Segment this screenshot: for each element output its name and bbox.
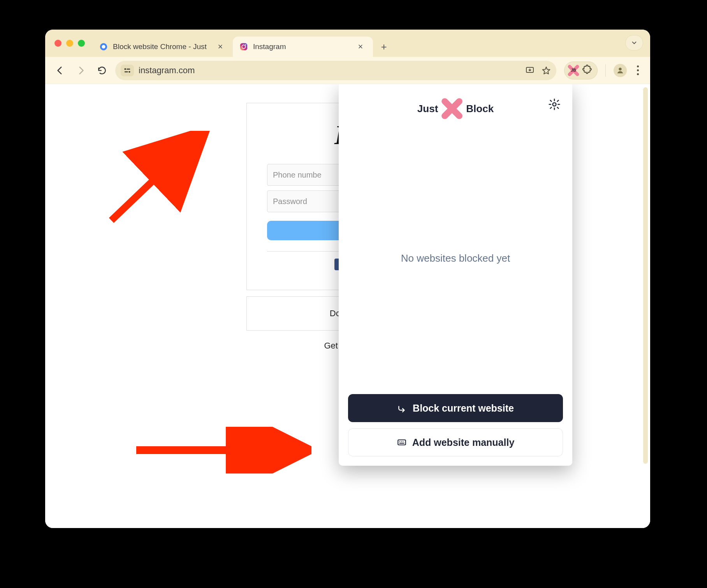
password-placeholder: Password — [273, 197, 307, 206]
keyboard-icon — [397, 437, 407, 447]
vertical-scrollbar[interactable] — [642, 87, 649, 525]
svg-point-5 — [124, 68, 126, 70]
svg-rect-8 — [125, 71, 128, 72]
profile-button[interactable] — [614, 64, 627, 77]
instagram-favicon-icon — [239, 42, 248, 51]
settings-button[interactable] — [548, 98, 561, 111]
arrow-left-icon — [55, 65, 65, 76]
back-button[interactable] — [52, 63, 68, 78]
titlebar: Block website Chrome - Just × Instagram … — [45, 30, 650, 57]
logo-right: Block — [466, 103, 494, 115]
toolbar: instagram.com JB — [45, 57, 650, 84]
tab-title: Block website Chrome - Just — [113, 42, 211, 51]
add-manual-button[interactable]: Add website manually — [348, 428, 563, 456]
reload-button[interactable] — [94, 63, 110, 78]
browser-window: Block website Chrome - Just × Instagram … — [45, 30, 650, 528]
block-current-label: Block current website — [413, 403, 514, 414]
extensions-icon[interactable] — [582, 65, 594, 76]
annotation-arrow-url — [96, 131, 220, 232]
popup-header: Just Block — [348, 95, 563, 122]
justblock-x-icon — [441, 98, 463, 120]
block-current-button[interactable]: Block current website — [348, 394, 563, 422]
divider — [605, 64, 606, 77]
close-tab-icon[interactable]: × — [216, 42, 225, 52]
svg-point-11 — [553, 103, 556, 106]
gear-icon — [548, 98, 561, 111]
minimize-window-icon[interactable] — [66, 40, 73, 47]
svg-point-10 — [619, 67, 621, 70]
tab-strip: Block website Chrome - Just × Instagram … — [93, 30, 392, 57]
chrome-menu-button[interactable] — [632, 65, 643, 75]
username-placeholder: Phone numbe — [273, 171, 322, 180]
tab-instagram[interactable]: Instagram × — [233, 37, 373, 57]
chevron-down-icon — [631, 39, 638, 46]
close-window-icon[interactable] — [55, 40, 62, 47]
svg-line-13 — [111, 139, 197, 220]
return-arrow-icon — [397, 403, 407, 413]
justblock-popup: Just Block No websites blocked yet Block… — [339, 84, 572, 466]
address-bar[interactable]: instagram.com — [115, 61, 556, 80]
justblock-favicon-icon — [99, 42, 108, 51]
popup-actions: Block current website Add website manual… — [348, 394, 563, 456]
new-tab-button[interactable]: + — [375, 38, 392, 55]
empty-state: No websites blocked yet — [348, 122, 563, 394]
maximize-window-icon[interactable] — [78, 40, 85, 47]
svg-rect-6 — [127, 69, 130, 70]
url-text: instagram.com — [139, 65, 521, 76]
forward-button[interactable] — [73, 63, 89, 78]
justblock-badge-text: JB — [568, 65, 579, 76]
annotation-arrow-block — [132, 427, 311, 474]
close-tab-icon[interactable]: × — [356, 42, 365, 52]
svg-rect-2 — [240, 43, 247, 50]
justblock-logo: Just Block — [417, 98, 494, 120]
svg-point-4 — [245, 44, 246, 46]
add-manual-label: Add website manually — [412, 437, 515, 448]
logo-left: Just — [417, 103, 438, 115]
bookmark-icon[interactable] — [542, 66, 551, 75]
install-app-icon[interactable] — [525, 66, 535, 75]
svg-point-1 — [102, 45, 105, 48]
window-controls[interactable] — [51, 30, 93, 57]
svg-point-7 — [128, 71, 130, 72]
scrollbar-thumb[interactable] — [643, 87, 648, 464]
extensions-area: JB — [564, 62, 643, 79]
arrow-right-icon — [76, 65, 86, 76]
tab-title: Instagram — [253, 42, 351, 51]
site-settings-icon[interactable] — [121, 65, 134, 76]
tab-justblock[interactable]: Block website Chrome - Just × — [93, 37, 233, 57]
page-viewport: In Phone numbe Password f Lo Don't ha — [45, 84, 650, 528]
empty-state-text: No websites blocked yet — [401, 252, 510, 264]
tab-overflow-button[interactable] — [625, 35, 643, 51]
justblock-extension-button[interactable]: JB — [564, 62, 598, 79]
svg-rect-12 — [398, 440, 406, 445]
person-icon — [616, 66, 624, 75]
reload-icon — [97, 65, 107, 76]
